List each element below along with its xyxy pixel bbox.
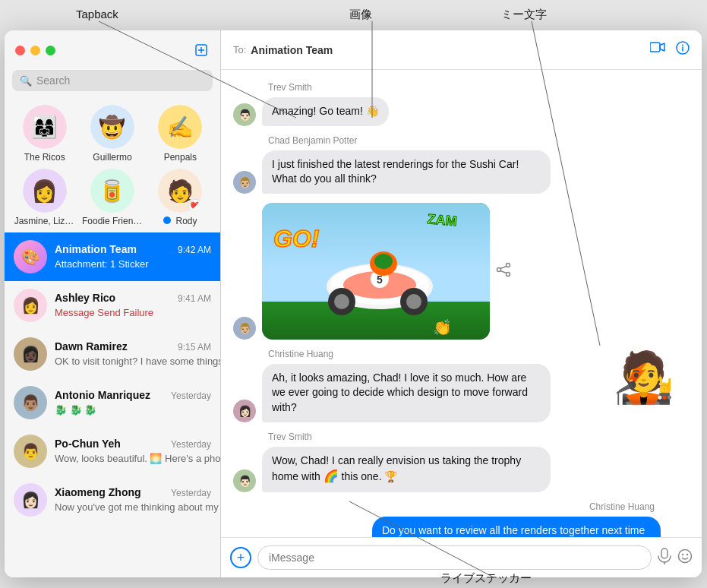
svg-point-28: [497, 267, 501, 271]
message-input[interactable]: [257, 545, 652, 570]
sender-name-chad: Chad Benjamin Potter: [268, 135, 690, 146]
avatar-guillermo: 🤠: [90, 105, 134, 149]
search-icon: 🔍: [20, 75, 32, 87]
message-bubble-5: Wow, Chad! I can really envision us taki…: [262, 447, 551, 492]
pinned-name-penpals: Penpals: [164, 152, 197, 163]
conv-avatar-pochun: 👨: [14, 435, 47, 468]
svg-point-9: [682, 45, 683, 46]
compose-button[interactable]: [193, 42, 210, 58]
tapback-reaction[interactable]: 👏: [433, 318, 452, 337]
pinned-row-1: 👩‍👩‍👧 The Ricos 🤠 Guillermo ✍️ Pe: [5, 102, 220, 166]
sushi-car-image[interactable]: 5 GO! ZAM 👏: [262, 203, 490, 340]
sender-name-trev1: Trev Smith: [268, 82, 690, 93]
tapback-annotation: Tapback: [76, 8, 118, 21]
video-call-icon[interactable]: [650, 41, 665, 58]
memoji-sticker: 🧑‍🎤: [613, 349, 674, 406]
conv-content-dawn: Dawn Ramirez 9:15 AM OK to visit tonight…: [55, 340, 211, 368]
app-window: 🔍 Search 👩‍👩‍👧 The Ricos 🤠 Guille: [5, 30, 702, 577]
svg-point-26: [507, 263, 510, 267]
pinned-contact-ricos[interactable]: 👩‍👩‍👧 The Ricos: [14, 105, 76, 163]
rainbow-sticker: 🌈: [324, 469, 339, 482]
pinned-contact-penpals[interactable]: ✍️ Penpals: [149, 105, 211, 163]
conv-header-pochun: Po-Chun Yeh Yesterday: [55, 438, 211, 450]
close-button[interactable]: [15, 46, 25, 55]
conv-content-animation-team: Animation Team 9:42 AM Attachment: 1 Sti…: [55, 243, 211, 270]
conv-preview-dawn: OK to visit tonight? I have some things …: [55, 356, 220, 367]
conv-header-animation-team: Animation Team 9:42 AM: [55, 243, 211, 255]
pinned-contact-guillermo[interactable]: 🤠 Guillermo: [81, 105, 144, 163]
info-icon[interactable]: [676, 41, 690, 58]
pinned-row-2: 👩 Jasmine, Liz &... 🥫 Foodie Friends 🧑 ❤…: [5, 166, 220, 229]
pinned-name-foodie: Foodie Friends: [82, 216, 143, 226]
conv-time-antonio: Yesterday: [171, 390, 211, 401]
svg-text:GO!: GO!: [273, 225, 320, 252]
conversation-item-animation-team[interactable]: 🎨 Animation Team 9:42 AM Attachment: 1 S…: [5, 232, 220, 281]
chat-input-area: +: [221, 537, 702, 577]
conv-avatar-dawn: 👩🏿: [14, 337, 47, 371]
chat-header: To: Animation Team: [221, 30, 702, 70]
pinned-name-jasmine: Jasmine, Liz &...: [14, 216, 75, 226]
heart-badge: ❤️: [188, 199, 202, 213]
message-bubble-6: Do you want to review all the renders to…: [372, 517, 661, 537]
conv-content-xiaomeng: Xiaomeng Zhong Yesterday Now you've got …: [55, 486, 211, 514]
sender-name-christine2: Christine Huang: [233, 501, 655, 512]
msg-avatar-chad: 👨🏼: [233, 171, 256, 194]
search-bar[interactable]: 🔍 Search: [12, 70, 213, 91]
conv-preview-xiaomeng: Now you've got me thinking about my next…: [55, 501, 220, 513]
message-group-3: 👨🏼: [233, 203, 690, 340]
message-row-5: 👨🏻 Wow, Chad! I can really envision us t…: [233, 447, 690, 492]
conversation-item-ashley[interactable]: 👩 Ashley Rico 9:41 AM Message Send Failu…: [5, 281, 220, 330]
conv-name-antonio: Antonio Manriquez: [55, 389, 150, 401]
conv-preview-antonio: 🐉 🐉 🐉: [55, 404, 96, 416]
pinned-name-rody: Rody: [163, 216, 197, 226]
conv-content-ashley: Ashley Rico 9:41 AM Message Send Failure: [55, 292, 211, 319]
conv-name-animation-team: Animation Team: [55, 243, 137, 255]
conversation-item-xiaomeng[interactable]: 👩🏻 Xiaomeng Zhong Yesterday Now you've g…: [5, 476, 220, 524]
conv-name-ashley: Ashley Rico: [55, 292, 115, 304]
conv-avatar-xiaomeng: 👩🏻: [14, 483, 47, 517]
conv-name-pochun: Po-Chun Yeh: [55, 438, 121, 450]
svg-point-35: [686, 553, 688, 555]
svg-point-34: [682, 553, 683, 555]
message-row-6: 👩🏻 Do you want to review all the renders…: [233, 517, 690, 537]
share-icon[interactable]: [496, 262, 511, 280]
emoji-picker-icon[interactable]: [677, 548, 693, 567]
conv-preview-pochun: Wow, looks beautiful. 🌅 Here's a photo o…: [55, 453, 220, 464]
conversation-item-antonio[interactable]: 👨🏽 Antonio Manriquez Yesterday 🐉 🐉 🐉: [5, 378, 220, 427]
svg-line-29: [500, 266, 507, 268]
chat-messages: Trev Smith 👨🏻 Amazing! Go team! 👋 Chad B…: [221, 70, 702, 537]
zoom-button[interactable]: [46, 46, 55, 55]
conv-header-xiaomeng: Xiaomeng Zhong Yesterday: [55, 486, 211, 498]
pinned-contact-rody[interactable]: 🧑 ❤️ Rody: [149, 169, 211, 226]
avatar-ricos: 👩‍👩‍👧: [23, 105, 67, 149]
message-group-6: Christine Huang 👩🏻 Do you want to review…: [233, 501, 690, 537]
conv-avatar-ashley: 👩: [14, 289, 47, 322]
conversation-item-pochun[interactable]: 👨 Po-Chun Yeh Yesterday Wow, looks beaut…: [5, 427, 220, 476]
conv-time-ashley: 9:41 AM: [178, 293, 211, 304]
add-attachment-button[interactable]: +: [230, 547, 251, 568]
avatar-rody: 🧑 ❤️: [158, 169, 202, 213]
conv-header-antonio: Antonio Manriquez Yesterday: [55, 389, 211, 401]
sender-name-trev2: Trev Smith: [268, 432, 690, 442]
pinned-contact-foodie[interactable]: 🥫 Foodie Friends: [81, 169, 144, 226]
minimize-button[interactable]: [30, 46, 40, 55]
chat-to-label: To:: [233, 44, 246, 55]
svg-point-19: [406, 294, 421, 309]
message-bubble-4: Ah, it looks amazing, Chad! I love it so…: [262, 364, 551, 422]
pinned-name-guillermo: Guillermo: [93, 152, 131, 163]
memoji-annotation: ミー文字: [501, 8, 547, 22]
chat-area: To: Animation Team Trev Smith 👨🏻 Amazing…: [221, 30, 702, 577]
svg-point-17: [334, 294, 349, 309]
message-group-5: Trev Smith 👨🏻 Wow, Chad! I can really en…: [233, 432, 690, 492]
msg-avatar-trev2: 👨🏻: [233, 469, 256, 492]
conv-time-xiaomeng: Yesterday: [171, 488, 211, 498]
svg-line-30: [500, 270, 507, 273]
conv-preview-ashley: Message Send Failure: [55, 307, 153, 318]
conversation-item-dawn[interactable]: 👩🏿 Dawn Ramirez 9:15 AM OK to visit toni…: [5, 330, 220, 378]
pinned-contact-jasmine[interactable]: 👩 Jasmine, Liz &...: [14, 169, 76, 226]
conv-time-dawn: 9:15 AM: [178, 342, 211, 352]
message-row-3: 👨🏼: [233, 203, 690, 340]
search-placeholder: Search: [36, 74, 70, 87]
svg-rect-7: [650, 43, 660, 52]
audio-input-icon[interactable]: [658, 548, 671, 568]
